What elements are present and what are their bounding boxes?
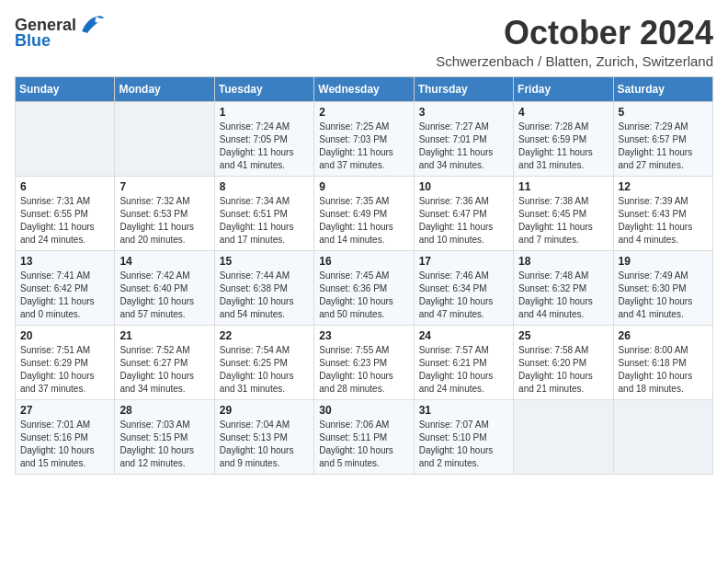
calendar-cell: 29Sunrise: 7:04 AMSunset: 5:13 PMDayligh…: [214, 399, 313, 474]
sunrise-text: Sunrise: 7:57 AM: [419, 344, 508, 357]
calendar-cell: 23Sunrise: 7:55 AMSunset: 6:23 PMDayligh…: [314, 325, 414, 399]
calendar-cell: [115, 101, 214, 176]
day-info: Sunrise: 7:36 AMSunset: 6:47 PMDaylight:…: [419, 195, 508, 247]
sunset-text: Sunset: 6:49 PM: [319, 208, 408, 221]
sunset-text: Sunset: 7:05 PM: [220, 133, 309, 146]
calendar-cell: 7Sunrise: 7:32 AMSunset: 6:53 PMDaylight…: [115, 176, 214, 250]
daylight-text: Daylight: 11 hours and 31 minutes.: [518, 146, 608, 172]
calendar-cell: [514, 399, 613, 474]
day-info: Sunrise: 7:39 AMSunset: 6:43 PMDaylight:…: [619, 195, 708, 247]
calendar-cell: 12Sunrise: 7:39 AMSunset: 6:43 PMDayligh…: [613, 176, 712, 250]
day-info: Sunrise: 7:32 AMSunset: 6:53 PMDaylight:…: [119, 195, 209, 247]
sunset-text: Sunset: 6:29 PM: [20, 357, 109, 370]
sunset-text: Sunset: 6:55 PM: [20, 208, 109, 221]
day-info: Sunrise: 7:31 AMSunset: 6:55 PMDaylight:…: [20, 195, 109, 247]
sunrise-text: Sunrise: 7:07 AM: [419, 419, 508, 431]
logo-bird-icon: [78, 15, 104, 35]
sunset-text: Sunset: 6:43 PM: [619, 208, 708, 221]
day-info: Sunrise: 7:34 AMSunset: 6:51 PMDaylight:…: [220, 195, 309, 247]
calendar-header-saturday: Saturday: [613, 76, 712, 101]
day-info: Sunrise: 7:07 AMSunset: 5:10 PMDaylight:…: [419, 419, 508, 470]
day-number: 8: [220, 180, 309, 193]
daylight-text: Daylight: 10 hours and 41 minutes.: [619, 295, 708, 321]
sunset-text: Sunset: 7:01 PM: [419, 133, 508, 146]
daylight-text: Daylight: 10 hours and 18 minutes.: [619, 370, 708, 396]
day-number: 25: [518, 329, 608, 342]
day-info: Sunrise: 7:45 AMSunset: 6:36 PMDaylight:…: [319, 270, 408, 321]
sunrise-text: Sunrise: 7:03 AM: [119, 419, 209, 431]
sunrise-text: Sunrise: 7:55 AM: [319, 344, 408, 357]
day-number: 23: [319, 329, 408, 342]
sunrise-text: Sunrise: 7:54 AM: [220, 344, 309, 357]
day-number: 14: [119, 255, 209, 268]
sunset-text: Sunset: 6:59 PM: [518, 133, 608, 146]
sunrise-text: Sunrise: 7:48 AM: [518, 270, 608, 282]
day-number: 11: [518, 180, 608, 193]
calendar-week-row: 20Sunrise: 7:51 AMSunset: 6:29 PMDayligh…: [16, 325, 713, 399]
calendar-cell: 10Sunrise: 7:36 AMSunset: 6:47 PMDayligh…: [414, 176, 513, 250]
sunset-text: Sunset: 6:21 PM: [419, 357, 508, 370]
day-number: 28: [119, 404, 209, 417]
calendar-header-sunday: Sunday: [16, 76, 115, 101]
calendar-cell: 27Sunrise: 7:01 AMSunset: 5:16 PMDayligh…: [16, 399, 115, 474]
sunset-text: Sunset: 6:18 PM: [619, 357, 708, 370]
calendar-cell: 5Sunrise: 7:29 AMSunset: 6:57 PMDaylight…: [613, 101, 712, 176]
day-number: 27: [20, 404, 109, 417]
day-number: 1: [220, 106, 309, 119]
day-number: 19: [619, 255, 708, 268]
day-info: Sunrise: 8:00 AMSunset: 6:18 PMDaylight:…: [619, 344, 708, 396]
calendar-cell: 3Sunrise: 7:27 AMSunset: 7:01 PMDaylight…: [414, 101, 513, 176]
day-info: Sunrise: 7:24 AMSunset: 7:05 PMDaylight:…: [220, 121, 309, 172]
day-info: Sunrise: 7:49 AMSunset: 6:30 PMDaylight:…: [619, 270, 708, 321]
month-title: October 2024: [436, 15, 713, 52]
daylight-text: Daylight: 11 hours and 20 minutes.: [119, 221, 209, 247]
calendar-cell: 28Sunrise: 7:03 AMSunset: 5:15 PMDayligh…: [115, 399, 214, 474]
calendar-header-friday: Friday: [514, 76, 613, 101]
day-info: Sunrise: 7:58 AMSunset: 6:20 PMDaylight:…: [518, 344, 608, 396]
daylight-text: Daylight: 10 hours and 12 minutes.: [119, 444, 209, 470]
calendar-cell: 19Sunrise: 7:49 AMSunset: 6:30 PMDayligh…: [613, 250, 712, 325]
day-number: 24: [419, 329, 508, 342]
daylight-text: Daylight: 10 hours and 21 minutes.: [518, 370, 608, 396]
sunrise-text: Sunrise: 7:38 AM: [518, 195, 608, 208]
calendar-cell: [16, 101, 115, 176]
daylight-text: Daylight: 11 hours and 27 minutes.: [619, 146, 708, 172]
day-number: 6: [20, 180, 109, 193]
daylight-text: Daylight: 10 hours and 31 minutes.: [220, 370, 309, 396]
day-info: Sunrise: 7:03 AMSunset: 5:15 PMDaylight:…: [119, 419, 209, 470]
calendar-cell: 4Sunrise: 7:28 AMSunset: 6:59 PMDaylight…: [514, 101, 613, 176]
sunrise-text: Sunrise: 7:44 AM: [220, 270, 309, 282]
daylight-text: Daylight: 11 hours and 34 minutes.: [419, 146, 508, 172]
sunset-text: Sunset: 6:38 PM: [220, 282, 309, 295]
sunset-text: Sunset: 6:36 PM: [319, 282, 408, 295]
daylight-text: Daylight: 10 hours and 57 minutes.: [119, 295, 209, 321]
logo: General Blue: [15, 15, 104, 51]
sunset-text: Sunset: 5:13 PM: [220, 431, 309, 444]
day-info: Sunrise: 7:52 AMSunset: 6:27 PMDaylight:…: [119, 344, 209, 396]
daylight-text: Daylight: 11 hours and 7 minutes.: [518, 221, 608, 247]
day-number: 16: [319, 255, 408, 268]
day-info: Sunrise: 7:57 AMSunset: 6:21 PMDaylight:…: [419, 344, 508, 396]
calendar-cell: 21Sunrise: 7:52 AMSunset: 6:27 PMDayligh…: [115, 325, 214, 399]
logo-blue-text: Blue: [15, 31, 51, 51]
calendar-week-row: 27Sunrise: 7:01 AMSunset: 5:16 PMDayligh…: [16, 399, 713, 474]
day-number: 26: [619, 329, 708, 342]
daylight-text: Daylight: 11 hours and 0 minutes.: [20, 295, 109, 321]
calendar-cell: 6Sunrise: 7:31 AMSunset: 6:55 PMDaylight…: [16, 176, 115, 250]
sunset-text: Sunset: 6:53 PM: [119, 208, 209, 221]
sunset-text: Sunset: 6:51 PM: [220, 208, 309, 221]
location-subtitle: Schwerzenbach / Blatten, Zurich, Switzer…: [436, 53, 713, 69]
day-number: 9: [319, 180, 408, 193]
calendar-cell: 30Sunrise: 7:06 AMSunset: 5:11 PMDayligh…: [314, 399, 414, 474]
calendar-cell: 1Sunrise: 7:24 AMSunset: 7:05 PMDaylight…: [214, 101, 313, 176]
calendar-cell: 2Sunrise: 7:25 AMSunset: 7:03 PMDaylight…: [314, 101, 414, 176]
day-info: Sunrise: 7:44 AMSunset: 6:38 PMDaylight:…: [220, 270, 309, 321]
calendar-week-row: 13Sunrise: 7:41 AMSunset: 6:42 PMDayligh…: [16, 250, 713, 325]
sunrise-text: Sunrise: 7:46 AM: [419, 270, 508, 282]
day-number: 15: [220, 255, 309, 268]
calendar-cell: 13Sunrise: 7:41 AMSunset: 6:42 PMDayligh…: [16, 250, 115, 325]
sunset-text: Sunset: 6:40 PM: [119, 282, 209, 295]
sunrise-text: Sunrise: 7:34 AM: [220, 195, 309, 208]
calendar-cell: 20Sunrise: 7:51 AMSunset: 6:29 PMDayligh…: [16, 325, 115, 399]
day-number: 22: [220, 329, 309, 342]
